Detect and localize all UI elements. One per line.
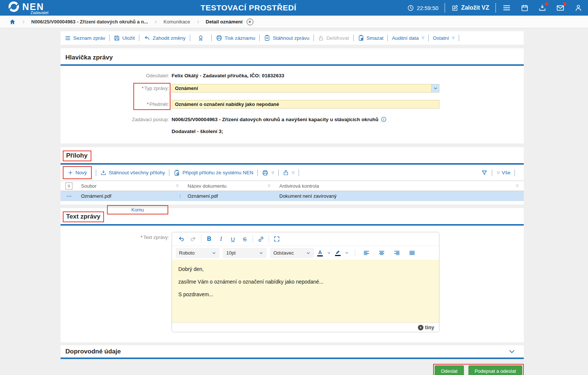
divider [139, 35, 139, 41]
font-size-value: 10pt [226, 250, 235, 256]
section-underline [61, 224, 524, 226]
align-right-icon[interactable] [391, 248, 403, 258]
delete-button[interactable]: Smazat [358, 35, 384, 41]
font-family-select[interactable]: Roboto [176, 248, 220, 258]
save-label: Uložit [122, 35, 135, 41]
user-profile-icon[interactable] [574, 4, 582, 12]
italic-button[interactable]: I [215, 234, 227, 244]
message-list-button[interactable]: Seznam zpráv [65, 35, 105, 41]
discard-changes-button[interactable]: Zahodit změny [143, 35, 186, 42]
subject-input[interactable]: Oznámení o označení nabídky jako nepodan… [172, 100, 439, 109]
divider [355, 249, 355, 257]
message-type-row: *Typ zprávy: Oznámení [61, 84, 524, 93]
text-color-button[interactable]: A [317, 250, 323, 256]
download-message-button[interactable]: Stáhnout zprávu [264, 35, 309, 41]
menu-icon[interactable] [502, 3, 511, 12]
filter-icon[interactable] [481, 169, 488, 176]
sender-row: Odesílatel: Felix Okátý - Zadavatel přír… [61, 71, 524, 80]
divider [253, 235, 253, 243]
text-color-swatch [317, 255, 323, 256]
brand[interactable]: NEN Zadavatel [9, 0, 44, 16]
downloads-tray-icon[interactable] [538, 4, 546, 12]
fullscreen-icon[interactable] [271, 234, 283, 244]
tiny-brand-label[interactable]: tiny [425, 324, 434, 330]
new-attachment-button[interactable]: Nový [63, 166, 92, 179]
column-settings-icon[interactable] [65, 182, 72, 190]
row-menu-icon[interactable] [66, 193, 72, 199]
align-justify-icon[interactable] [406, 248, 418, 258]
subject-label: Předmět: [149, 101, 169, 107]
view-all-label: Vše [502, 170, 510, 175]
close-tab-icon[interactable] [247, 19, 253, 25]
export-attachments-button[interactable]: ▽ [283, 169, 295, 176]
mail-icon[interactable] [556, 4, 565, 12]
link-icon[interactable] [255, 234, 267, 244]
column-header-soubor[interactable]: Soubor [81, 183, 97, 189]
divider [428, 35, 429, 41]
message-paragraph: zasílme Vám o oznámení o označení nabídk… [178, 279, 433, 285]
editor-toolbar-row1: B I U S [172, 232, 439, 246]
divider [387, 35, 388, 41]
editor-content-area[interactable]: Dobrý den, zasílme Vám o oznámení o ozna… [172, 260, 439, 323]
list-icon [65, 35, 71, 41]
font-size-select[interactable]: 10pt [223, 248, 267, 258]
attachment-row[interactable]: Oznámení.pdf Oznámení.pdf Dokument není … [61, 191, 524, 201]
column-header-antivir[interactable]: Antivirová kontrola [279, 183, 319, 189]
chevron-down-icon[interactable] [431, 84, 439, 92]
expand-chevron-icon[interactable] [508, 348, 516, 355]
column-filter-icon[interactable]: ▽ [516, 184, 519, 188]
column-filter-icon[interactable]: ▽ [176, 184, 179, 188]
seal-button[interactable] [194, 35, 207, 42]
drag-handle-icon[interactable] [178, 193, 182, 199]
bold-button[interactable]: B [203, 234, 215, 244]
message-paragraph: Dobrý den, [178, 266, 433, 272]
home-icon[interactable] [9, 19, 16, 25]
caret-down-icon: ▽ [497, 171, 500, 175]
sign-and-send-button[interactable]: Podepsat a odeslat [468, 365, 522, 375]
breadcrumb-komunikace[interactable]: Komunikace [163, 19, 190, 25]
additional-data-section[interactable]: Doprovodné údaje [61, 345, 524, 359]
block-format-select[interactable]: Odstavec [270, 248, 314, 258]
strikethrough-button[interactable]: S [239, 234, 251, 244]
underline-button[interactable]: U [227, 234, 239, 244]
highlight-color-button[interactable] [335, 250, 341, 256]
other-menu[interactable]: Ostatní ▽ [433, 35, 454, 41]
procedure-value: N006/25/V00004963 - Zřízení datových okr… [172, 117, 379, 122]
audit-data-menu[interactable]: Auditní data ▽ [392, 35, 424, 41]
message-type-label: Typ zprávy: [144, 85, 169, 91]
chevron-down-icon[interactable] [327, 251, 331, 255]
print-record-button[interactable]: Tisk záznamu [216, 35, 256, 41]
print-attachments-button[interactable]: ▽ [262, 169, 274, 176]
recipient-button[interactable]: Komu [107, 205, 168, 214]
view-all-dropdown[interactable]: ▽ Vše [496, 170, 510, 175]
align-center-icon[interactable] [376, 248, 387, 258]
align-left-icon[interactable] [360, 248, 372, 258]
download-all-label: Stáhnout všechny přílohy [109, 170, 165, 175]
message-type-select[interactable]: Oznámení [172, 84, 439, 93]
redo-icon[interactable] [187, 234, 199, 244]
printer-icon [262, 169, 269, 176]
undo-icon[interactable] [175, 234, 187, 244]
attachment-file-name[interactable]: Oznámení.pdf [81, 193, 111, 199]
page-content: Seznam zpráv Uložit Zahodit změny Tisk z… [61, 28, 524, 375]
clock-time: 22:59:50 [417, 5, 438, 11]
info-icon[interactable] [381, 116, 387, 122]
caret-down-icon: ▽ [452, 36, 455, 40]
chevron-down-icon[interactable] [345, 251, 349, 255]
attach-from-nen-button[interactable]: Připojit přílohu ze systému NEN [173, 169, 253, 176]
unlock-icon [318, 35, 324, 41]
save-button[interactable]: Uložit [114, 35, 135, 41]
column-filter-icon[interactable]: ▽ [268, 184, 270, 188]
breadcrumb-procedure[interactable]: N006/25/V00004963 - Zřízení datových okr… [31, 19, 148, 25]
send-button[interactable]: Odeslat [435, 365, 464, 375]
column-header-nazev[interactable]: Název dokumentu [188, 183, 227, 189]
server-clock: 22:59:50 [407, 4, 438, 12]
attachment-document-name[interactable]: Oznámení.pdf [188, 193, 218, 199]
decrypt-button: Dešifrovat [318, 35, 349, 41]
clipboard-delete-icon [358, 35, 364, 41]
message-paragraph: S pozdravem... [178, 291, 433, 297]
download-all-attachments-button[interactable]: Stáhnout všechny přílohy [100, 169, 165, 176]
create-vz-button[interactable]: Založit VZ [451, 4, 489, 12]
attach-from-nen-label: Připojit přílohu ze systému NEN [182, 170, 253, 175]
calendar-icon[interactable] [521, 4, 529, 12]
